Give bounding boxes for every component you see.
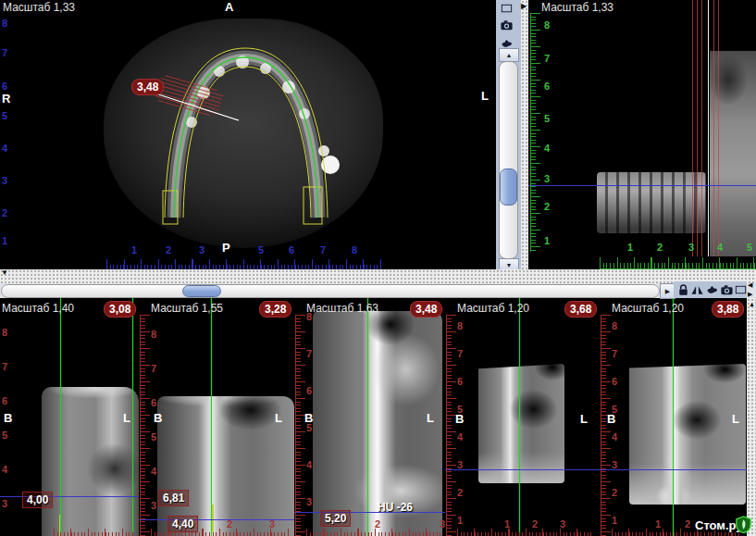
horizontal-scrollbar-thumb[interactable] bbox=[182, 285, 221, 297]
cross-section-panel-2[interactable]: 87654323BLМасштаб 1,553,286,814,40 bbox=[139, 298, 294, 536]
orientation-label-anterior: A bbox=[225, 1, 233, 13]
section-horizontal-ruler bbox=[54, 528, 135, 536]
pano-ct-image-right bbox=[710, 51, 756, 256]
section-hruler-number: 1 bbox=[504, 519, 510, 530]
section-horizontal-ruler bbox=[457, 528, 594, 536]
slice-axis-line[interactable] bbox=[519, 298, 520, 536]
pano-axial-plane-line[interactable] bbox=[528, 185, 756, 186]
side-label-buccal: B bbox=[304, 412, 313, 424]
section-hruler-number: 2 bbox=[375, 519, 380, 530]
cross-section-ct-image bbox=[478, 364, 564, 483]
pano-ct-image bbox=[597, 172, 706, 233]
axial-hruler-number: 2 bbox=[166, 245, 171, 256]
section-scale-label: Масштаб 1,20 bbox=[457, 303, 529, 314]
section-vertical-ruler bbox=[140, 315, 151, 536]
axial-vruler-number: 8 bbox=[2, 19, 7, 29]
side-label-lingual: L bbox=[580, 413, 588, 425]
lock-icon[interactable] bbox=[676, 283, 690, 297]
cross-section-panel-3[interactable]: 87654323BLМасштаб 1,633,485,20HU -26 bbox=[294, 298, 445, 536]
slice-axis-line[interactable] bbox=[673, 298, 674, 536]
side-label-lingual: L bbox=[732, 413, 739, 425]
panel-collapse-left-icon[interactable]: ◀ bbox=[748, 281, 752, 288]
axial-plane-line[interactable] bbox=[600, 469, 747, 470]
slice-axis-line[interactable] bbox=[211, 298, 212, 536]
section-vruler-number: 4 bbox=[151, 467, 156, 477]
section-scale-label: Масштаб 1,20 bbox=[612, 303, 684, 314]
pano-current-slice-line[interactable] bbox=[708, 0, 709, 256]
pano-hruler-number: 2 bbox=[657, 243, 663, 253]
cross-section-panel-5[interactable]: 8765432112BLМасштаб 1,203,88 bbox=[600, 298, 747, 536]
cross-section-ct-image bbox=[629, 364, 746, 505]
orientation-label-right: R bbox=[2, 93, 10, 105]
pan-icon[interactable] bbox=[500, 37, 514, 51]
orientation-label-posterior: P bbox=[222, 242, 230, 254]
side-label-buccal: B bbox=[455, 413, 464, 425]
splitter-collapse-down-icon[interactable]: ▼ bbox=[1, 269, 8, 277]
section-vruler-number: 7 bbox=[457, 349, 463, 359]
cross-section-ct-image bbox=[42, 387, 139, 536]
right-splitter-collapse-icon[interactable]: ▲ bbox=[749, 301, 755, 307]
section-vertical-ruler bbox=[295, 315, 306, 536]
section-vruler-number: 4 bbox=[2, 465, 7, 475]
section-vruler-number: 4 bbox=[457, 432, 463, 443]
axial-vruler-number: 2 bbox=[2, 208, 7, 218]
panorama-view[interactable]: Масштаб 1,33 bbox=[528, 0, 756, 270]
pano-slice-line bbox=[718, 0, 719, 256]
side-label-buccal: B bbox=[607, 413, 615, 425]
pano-vruler-number: 8 bbox=[544, 20, 550, 31]
axial-plane-line[interactable] bbox=[0, 496, 139, 497]
frame-icon[interactable] bbox=[734, 283, 748, 297]
slice-axis-line[interactable] bbox=[132, 298, 133, 536]
section-vruler-number: 7 bbox=[151, 364, 156, 374]
axial-vruler-number: 5 bbox=[2, 111, 7, 121]
axial-view[interactable]: Масштаб 1,33 A R L P 3,48 bbox=[0, 0, 496, 270]
slice-axis-line[interactable] bbox=[60, 298, 61, 536]
section-vruler-number: 8 bbox=[151, 330, 156, 340]
splitter-collapse-right-icon[interactable]: ▶ bbox=[521, 3, 527, 10]
pano-vruler-number: 6 bbox=[544, 81, 550, 92]
section-vruler-number: 8 bbox=[2, 328, 7, 338]
frame-icon[interactable] bbox=[500, 2, 514, 16]
side-label-lingual: L bbox=[275, 412, 282, 424]
slice-position-badge: 3,28 bbox=[259, 301, 291, 318]
section-hruler-number: 3 bbox=[269, 519, 275, 530]
vertical-splitter[interactable] bbox=[521, 0, 528, 270]
axial-hruler-number: 3 bbox=[199, 245, 204, 256]
horizontal-scrollbar-track[interactable] bbox=[1, 284, 660, 298]
section-hruler-number: 2 bbox=[685, 519, 690, 530]
section-hruler-number: 2 bbox=[532, 519, 538, 530]
measurement-label: 5,20 bbox=[320, 510, 351, 527]
section-vruler-number: 3 bbox=[2, 499, 7, 509]
cross-section-panel-4[interactable]: 87654321123BLМасштаб 1,203,68 bbox=[445, 298, 600, 536]
pan-icon[interactable] bbox=[705, 283, 719, 297]
axial-vruler-number: 7 bbox=[2, 48, 7, 58]
axial-hruler-number: 6 bbox=[289, 245, 294, 256]
panel-collapse-right-icon[interactable]: ▶ bbox=[748, 291, 752, 297]
pano-slice-line bbox=[713, 0, 714, 256]
pano-scale-label: Масштаб 1,33 bbox=[541, 2, 613, 13]
vertical-scrollbar-thumb[interactable] bbox=[500, 168, 517, 206]
flip-horizontal-icon[interactable] bbox=[690, 283, 704, 297]
section-vruler-number: 6 bbox=[2, 396, 7, 406]
slice-position-badge: 3,08 bbox=[104, 301, 136, 318]
camera-icon[interactable] bbox=[720, 283, 734, 297]
axial-plane-line[interactable] bbox=[445, 469, 600, 470]
section-vruler-number: 8 bbox=[457, 321, 463, 331]
pano-hruler-number: 1 bbox=[627, 243, 633, 253]
section-scale-label: Масштаб 1,63 bbox=[306, 303, 378, 314]
horizontal-splitter[interactable] bbox=[0, 269, 756, 283]
cross-section-panel-1[interactable]: 876543BLМасштаб 1,403,084,00 bbox=[0, 298, 139, 536]
right-splitter[interactable] bbox=[747, 298, 756, 536]
section-vruler-number: 1 bbox=[612, 516, 617, 526]
section-vruler-number: 6 bbox=[151, 398, 156, 408]
section-hruler-number: 1 bbox=[655, 519, 661, 530]
vertical-scrollbar-track[interactable] bbox=[499, 61, 518, 259]
slice-axis-line[interactable] bbox=[367, 298, 368, 536]
pano-hruler-number: 4 bbox=[717, 243, 723, 253]
measurement-label: 6,81 bbox=[158, 490, 189, 506]
axial-plane-line[interactable] bbox=[294, 512, 445, 513]
pano-vruler-number: 3 bbox=[544, 174, 550, 184]
pano-vertical-ruler bbox=[530, 13, 541, 252]
camera-icon[interactable] bbox=[500, 19, 514, 32]
axial-hruler-number: 5 bbox=[258, 245, 264, 256]
